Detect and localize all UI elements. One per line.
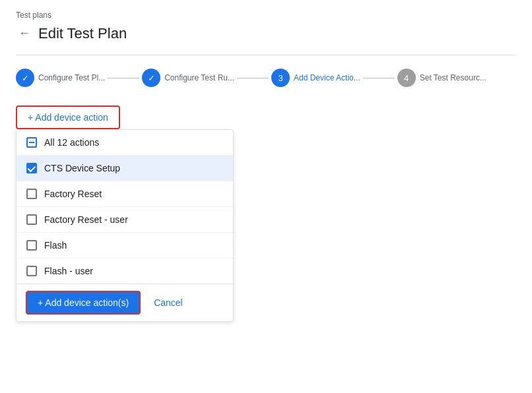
step-3-circle: 3: [271, 69, 290, 87]
step-1-circle: ✓: [16, 69, 34, 87]
item-label-flash-user: Flash - user: [44, 266, 93, 276]
page-header: ← Edit Test Plan: [16, 24, 516, 43]
step-4: 4 Set Test Resourc...: [397, 69, 486, 87]
item-label-factory-reset-user: Factory Reset - user: [44, 214, 128, 225]
list-item[interactable]: Factory Reset - user: [17, 207, 233, 233]
list-item[interactable]: CTS Device Setup: [17, 156, 233, 181]
step-1: ✓ Configure Test Pl...: [16, 69, 105, 87]
device-action-dropdown: All 12 actions CTS Device Setup Factory …: [16, 129, 234, 322]
list-item[interactable]: Factory Reset: [17, 181, 233, 207]
item-label-flash: Flash: [44, 240, 67, 251]
list-item[interactable]: Flash: [17, 233, 233, 258]
checkbox-empty-icon: [26, 265, 38, 277]
breadcrumb: Test plans: [16, 11, 516, 20]
step-2: ✓ Configure Test Ru...: [142, 69, 234, 87]
step-4-label: Set Test Resourc...: [420, 73, 486, 82]
step-2-circle: ✓: [142, 69, 160, 87]
checkbox-checked-icon: [26, 162, 38, 174]
step-2-label: Configure Test Ru...: [164, 73, 234, 82]
item-label-cts: CTS Device Setup: [44, 163, 120, 173]
item-label-factory-reset: Factory Reset: [44, 189, 102, 199]
header-divider: [16, 55, 516, 55]
checkbox-empty-icon: [26, 188, 38, 200]
checkbox-indeterminate-icon: [26, 136, 38, 148]
page-title: Edit Test Plan: [38, 25, 127, 42]
action-list: All 12 actions CTS Device Setup Factory …: [17, 130, 233, 284]
back-button[interactable]: ←: [16, 24, 33, 43]
step-3-label: Add Device Actio...: [294, 73, 360, 82]
list-item[interactable]: All 12 actions: [17, 130, 233, 156]
step-connector-1: [108, 78, 139, 78]
checkbox-empty-icon: [26, 239, 38, 251]
stepper: ✓ Configure Test Pl... ✓ Configure Test …: [16, 69, 516, 87]
device-action-section: + Add device action All 12 actions CTS D: [16, 106, 516, 322]
add-device-action-button[interactable]: + Add device action: [16, 106, 120, 129]
dropdown-footer: + Add device action(s) Cancel: [17, 284, 233, 321]
step-3: 3 Add Device Actio...: [271, 69, 360, 87]
cancel-button[interactable]: Cancel: [151, 292, 185, 313]
list-item[interactable]: Flash - user: [17, 258, 233, 284]
step-1-label: Configure Test Pl...: [38, 73, 105, 82]
step-4-circle: 4: [397, 69, 416, 87]
checkbox-empty-icon: [26, 214, 38, 226]
step-connector-2: [237, 78, 269, 78]
item-label-all: All 12 actions: [44, 137, 99, 148]
step-connector-3: [363, 78, 395, 78]
add-device-actions-button[interactable]: + Add device action(s): [26, 291, 141, 315]
